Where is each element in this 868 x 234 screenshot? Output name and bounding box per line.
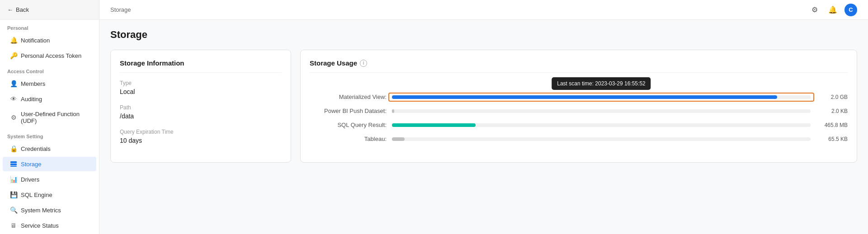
sidebar-item-udf[interactable]: ⚙ User-Defined Function (UDF) xyxy=(3,107,96,128)
sidebar-item-label: System Metrics xyxy=(21,207,61,214)
path-label: Path xyxy=(120,104,282,111)
sidebar-item-label: User-Defined Function (UDF) xyxy=(21,111,89,124)
lock-icon: 🔒 xyxy=(10,145,17,152)
sql-icon: 💾 xyxy=(10,191,17,198)
sidebar: ← Back Personal 🔔 Notification 🔑 Persona… xyxy=(0,0,99,234)
usage-row: Power BI Push Dataset:2.0 KB xyxy=(310,108,848,114)
eye-icon: 👁 xyxy=(10,95,17,103)
sidebar-section-personal: Personal xyxy=(0,20,99,33)
usage-size: 465.8 MB xyxy=(816,122,848,128)
breadcrumb: Storage xyxy=(110,6,131,13)
back-button[interactable]: ← Back xyxy=(0,0,99,20)
cards-row: Storage Information Type Local Path /dat… xyxy=(110,50,857,163)
sidebar-item-label: Notification xyxy=(21,37,50,44)
storage-usage-title: Storage Usage xyxy=(310,59,357,67)
key-icon: 🔑 xyxy=(10,52,17,59)
usage-bar xyxy=(392,109,394,113)
usage-row: Tableau:65.5 KB xyxy=(310,136,848,142)
notifications-icon-button[interactable]: 🔔 xyxy=(826,4,839,16)
sidebar-item-label: Members xyxy=(21,80,45,87)
sidebar-item-credentials[interactable]: 🔒 Credentials xyxy=(3,141,96,156)
user-avatar[interactable]: C xyxy=(844,4,857,16)
type-field: Type Local xyxy=(120,80,282,95)
back-label: Back xyxy=(16,6,29,13)
tooltip-box: Last scan time: 2023-03-29 16:55:52 xyxy=(552,77,651,90)
usage-bar xyxy=(392,123,476,127)
usage-row: Materialized View:Last scan time: 2023-0… xyxy=(310,94,848,100)
topbar-icons: ⚙ 🔔 C xyxy=(808,4,857,16)
sidebar-item-drivers[interactable]: 📊 Drivers xyxy=(3,172,96,187)
usage-rows: Materialized View:Last scan time: 2023-0… xyxy=(310,80,848,142)
sidebar-item-personal-access-token[interactable]: 🔑 Personal Access Token xyxy=(3,48,96,63)
usage-size: 2.0 GB xyxy=(816,94,848,100)
sidebar-item-label: Drivers xyxy=(21,176,39,183)
monitor-icon: 🖥 xyxy=(10,222,17,229)
expiry-field: Query Expiration Time 10 days xyxy=(120,129,282,144)
notification-icon: 🔔 xyxy=(10,37,17,44)
settings-icon-button[interactable]: ⚙ xyxy=(808,4,821,16)
sidebar-item-sql-engine[interactable]: 💾 SQL Engine xyxy=(3,187,96,202)
sidebar-section-access-control: Access Control xyxy=(0,63,99,76)
sidebar-item-system-metrics[interactable]: 🔍 System Metrics xyxy=(3,203,96,217)
gear-icon: ⚙ xyxy=(10,114,17,121)
sidebar-section-system-setting: System Setting xyxy=(0,128,99,141)
usage-row-label: Power BI Push Dataset: xyxy=(310,108,387,114)
usage-bar-container xyxy=(392,109,811,113)
back-arrow-icon: ← xyxy=(7,6,13,13)
sidebar-item-members[interactable]: 👤 Members xyxy=(3,76,96,91)
usage-bar-container xyxy=(392,123,811,127)
sidebar-item-label: Storage xyxy=(21,161,42,168)
topbar: Storage ⚙ 🔔 C xyxy=(99,0,868,20)
metrics-icon: 🔍 xyxy=(10,206,17,214)
person-icon: 👤 xyxy=(10,80,17,87)
usage-bar xyxy=(392,137,405,141)
storage-info-card: Storage Information Type Local Path /dat… xyxy=(110,50,291,163)
expiry-label: Query Expiration Time xyxy=(120,129,282,135)
storage-usage-card: Storage Usage i Materialized View:Last s… xyxy=(300,50,857,163)
sidebar-item-label: Service Status xyxy=(21,222,59,229)
path-field: Path /data xyxy=(120,104,282,120)
main-content: Storage ⚙ 🔔 C Storage Storage Informatio… xyxy=(99,0,868,234)
sidebar-item-label: SQL Engine xyxy=(21,192,52,198)
page-title: Storage xyxy=(110,29,857,41)
usage-row-label: Materialized View: xyxy=(310,94,387,100)
usage-row-label: SQL Query Result: xyxy=(310,122,387,128)
sidebar-item-auditing[interactable]: 👁 Auditing xyxy=(3,92,96,106)
sidebar-item-notification[interactable]: 🔔 Notification xyxy=(3,33,96,47)
sidebar-item-label: Credentials xyxy=(21,145,51,152)
sidebar-item-storage[interactable]: Storage xyxy=(3,157,96,171)
sidebar-item-label: Auditing xyxy=(21,96,42,103)
usage-row-label: Tableau: xyxy=(310,136,387,142)
usage-bar xyxy=(392,95,777,99)
drivers-icon: 📊 xyxy=(10,176,17,183)
usage-bar-container xyxy=(392,137,811,141)
storage-info-title: Storage Information xyxy=(120,59,282,73)
page-content: Storage Storage Information Type Local P… xyxy=(99,20,868,234)
svg-rect-2 xyxy=(10,166,17,167)
svg-rect-1 xyxy=(10,164,17,165)
svg-rect-0 xyxy=(10,161,17,163)
usage-header: Storage Usage i xyxy=(310,59,848,73)
usage-size: 65.5 KB xyxy=(816,136,848,142)
sidebar-item-label: Personal Access Token xyxy=(21,52,81,59)
expiry-value: 10 days xyxy=(120,137,282,144)
usage-row: SQL Query Result:465.8 MB xyxy=(310,122,848,128)
usage-size: 2.0 KB xyxy=(816,108,848,114)
sidebar-item-service-status[interactable]: 🖥 Service Status xyxy=(3,218,96,233)
path-value: /data xyxy=(120,112,282,120)
type-value: Local xyxy=(120,88,282,95)
info-icon[interactable]: i xyxy=(360,60,367,67)
usage-bar-container: Last scan time: 2023-03-29 16:55:52 xyxy=(392,95,811,99)
storage-icon xyxy=(10,160,17,168)
type-label: Type xyxy=(120,80,282,86)
